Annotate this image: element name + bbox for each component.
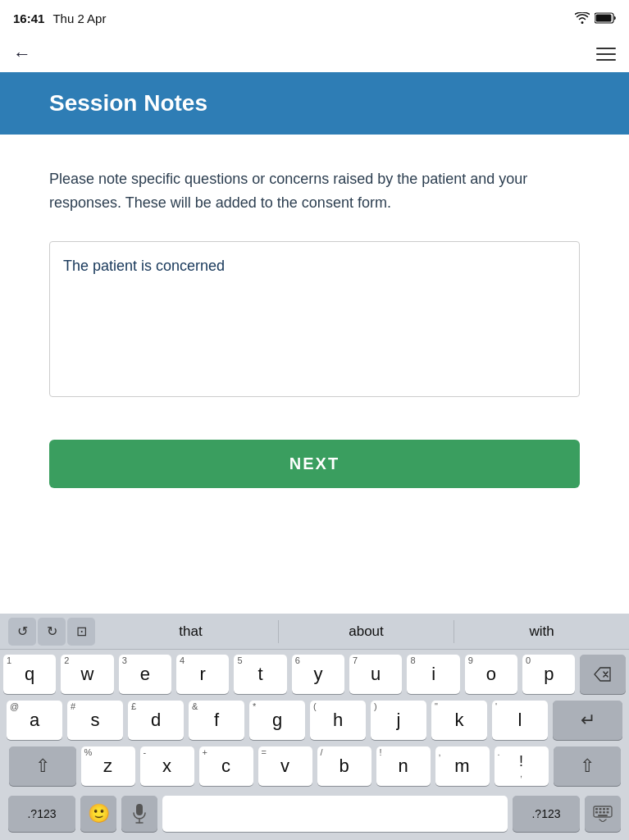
svg-rect-1: [596, 15, 612, 22]
svg-rect-11: [599, 811, 602, 814]
menu-button[interactable]: [596, 48, 616, 61]
keyboard-bottom-bar: .?123 🙂 .?123: [3, 792, 626, 837]
svg-rect-2: [136, 804, 143, 815]
autocomplete-suggestions: that about with: [103, 620, 629, 643]
status-bar: 16:41 Thu 2 Apr: [0, 0, 629, 36]
key-r[interactable]: 4r: [176, 655, 229, 694]
shift-right-key[interactable]: ⇧: [554, 746, 621, 786]
status-icons: [575, 12, 616, 24]
mic-icon: [132, 804, 147, 824]
key-m[interactable]: ,m: [435, 746, 490, 786]
key-row-3: ⇧ %z -x +c =v /b !n ,m .!, ⇧: [3, 746, 626, 786]
svg-rect-8: [603, 808, 605, 810]
key-k[interactable]: "k: [431, 701, 487, 740]
keyboard-hide-key[interactable]: [585, 796, 621, 832]
key-j[interactable]: )j: [371, 701, 426, 740]
battery-icon: [595, 12, 616, 24]
key-w[interactable]: 2w: [61, 655, 113, 694]
key-v[interactable]: =v: [258, 746, 312, 786]
status-date: Thu 2 Apr: [52, 11, 106, 25]
svg-rect-14: [598, 815, 608, 816]
undo-button[interactable]: ↺: [8, 618, 36, 646]
svg-rect-9: [607, 808, 609, 810]
key-p[interactable]: 0p: [522, 655, 575, 694]
suggestion-with[interactable]: with: [454, 620, 629, 643]
svg-rect-12: [603, 811, 605, 814]
suggestion-about[interactable]: about: [279, 620, 454, 643]
key-n[interactable]: !n: [376, 746, 431, 786]
autocomplete-bar: ↺ ↻ ⊡ that about with: [0, 614, 629, 650]
key-row-1: 1q 2w 3e 4r 5t 6y 7u 8i 9o 0p: [3, 655, 626, 694]
menu-icon-line3: [596, 59, 616, 61]
key-s[interactable]: #s: [67, 701, 123, 740]
shift-left-key[interactable]: ⇧: [9, 746, 76, 786]
numpad-right-key[interactable]: .?123: [513, 796, 580, 832]
key-t[interactable]: 5t: [234, 655, 286, 694]
return-key[interactable]: ↵: [553, 701, 622, 740]
menu-icon-line2: [596, 53, 616, 55]
key-o[interactable]: 9o: [465, 655, 517, 694]
emoji-key[interactable]: 🙂: [80, 796, 116, 832]
back-button[interactable]: ←: [13, 43, 31, 65]
page-title: Session Notes: [49, 90, 580, 116]
key-f[interactable]: &f: [189, 701, 244, 740]
nav-bar: ←: [0, 36, 629, 72]
key-a[interactable]: @a: [7, 701, 62, 740]
key-b[interactable]: /b: [317, 746, 371, 786]
svg-rect-10: [595, 811, 598, 814]
next-button[interactable]: NEXT: [49, 440, 580, 488]
key-z[interactable]: %z: [81, 746, 135, 786]
key-rows: 1q 2w 3e 4r 5t 6y 7u 8i 9o 0p @a #s £d &…: [0, 650, 629, 840]
wifi-icon: [575, 12, 590, 24]
backspace-key[interactable]: [580, 655, 626, 694]
key-c[interactable]: +c: [199, 746, 253, 786]
status-time: 16:41: [13, 11, 44, 25]
page-header: Session Notes: [0, 72, 629, 135]
key-punctuation[interactable]: .!,: [495, 746, 549, 786]
keyboard-tools: ↺ ↻ ⊡: [0, 618, 103, 646]
paste-button[interactable]: ⊡: [67, 618, 95, 646]
session-notes-input[interactable]: [49, 241, 580, 397]
menu-icon-line1: [596, 48, 616, 49]
main-content: Please note specific questions or concer…: [0, 135, 629, 504]
key-x[interactable]: -x: [140, 746, 194, 786]
key-i[interactable]: 8i: [407, 655, 459, 694]
redo-button[interactable]: ↻: [38, 618, 66, 646]
numpad-left-key[interactable]: .?123: [8, 796, 75, 832]
key-q[interactable]: 1q: [3, 655, 56, 694]
backspace-icon: [594, 667, 612, 682]
instruction-text: Please note specific questions or concer…: [49, 167, 580, 215]
key-e[interactable]: 3e: [119, 655, 171, 694]
suggestion-that[interactable]: that: [103, 620, 279, 643]
key-u[interactable]: 7u: [349, 655, 402, 694]
svg-rect-6: [595, 808, 598, 810]
svg-rect-7: [599, 808, 602, 810]
space-key[interactable]: [162, 796, 508, 832]
key-l[interactable]: 'l: [492, 701, 548, 740]
svg-rect-13: [607, 811, 609, 814]
key-g[interactable]: *g: [249, 701, 305, 740]
key-y[interactable]: 6y: [292, 655, 344, 694]
keyboard-hide-icon: [593, 806, 613, 822]
key-row-2: @a #s £d &f *g (h )j "k 'l ↵: [3, 701, 626, 740]
mic-key[interactable]: [121, 796, 157, 832]
keyboard: ↺ ↻ ⊡ that about with 1q 2w 3e 4r 5t 6y …: [0, 614, 629, 840]
key-h[interactable]: (h: [310, 701, 366, 740]
key-d[interactable]: £d: [128, 701, 184, 740]
